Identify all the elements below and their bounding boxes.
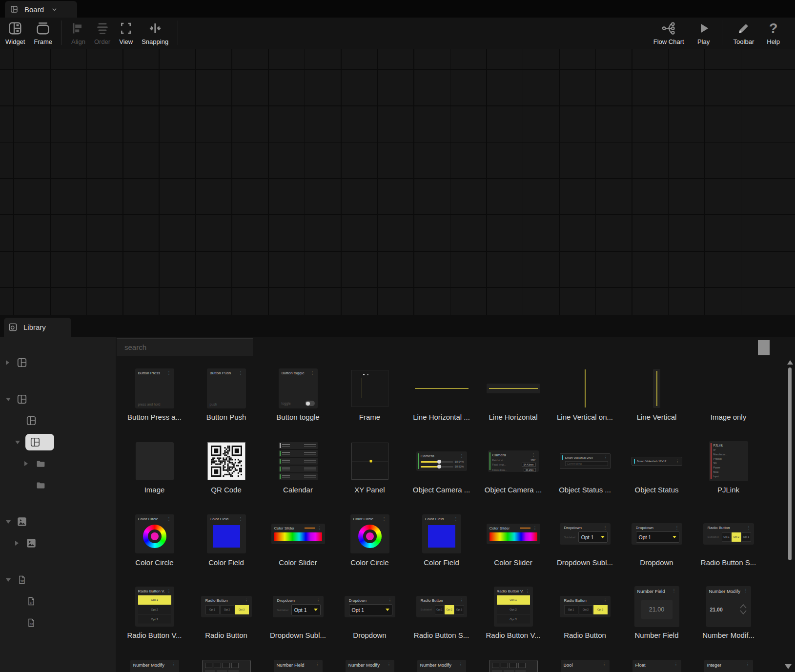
library-item[interactable]: Dropdown⋮Opt 1Dropdown xyxy=(621,510,693,583)
toolbar-edit-button[interactable]: Toolbar xyxy=(727,18,761,49)
library-item[interactable]: Line Vertical on... xyxy=(549,365,621,438)
library-item[interactable]: Color Field⋮Color Field xyxy=(406,510,477,583)
library-item[interactable]: Number Modify⋮21.00Number Modif... xyxy=(693,583,764,656)
qr-thumbnail[interactable] xyxy=(190,441,262,482)
radio-v-thumbnail[interactable]: Radio Button V.⋮Opt 1Opt 2Opt 3 xyxy=(119,586,190,627)
frame-thumbnail[interactable] xyxy=(334,368,406,409)
dropdown-thumbnail[interactable]: Dropdown⋮Opt 1 xyxy=(334,586,406,627)
hline-thumbnail[interactable] xyxy=(406,368,477,409)
pjlink-thumbnail[interactable]: PJLinkIPManufactur...ProductSNPowerMuteI… xyxy=(693,441,764,482)
radio-h-thumbnail[interactable]: Radio Button⋮Opt 1Opt 2Opt 3 xyxy=(190,586,262,627)
library-item[interactable]: Color Circle⋮Color Circle xyxy=(119,510,190,583)
library-item[interactable]: Number Field⋮ xyxy=(262,656,334,672)
status-sub-thumbnail[interactable]: Smart Videohub DNR⋮Connecting xyxy=(549,441,621,482)
canvas-grid[interactable] xyxy=(0,49,795,315)
collapse-arrow-icon[interactable] xyxy=(6,398,16,401)
align-button[interactable]: Align xyxy=(67,18,90,49)
radio-h-thumbnail[interactable]: Radio Button⋮SublabelOpt 1Opt 2Opt 3 xyxy=(693,513,764,554)
sidebar-item-grid-progressive[interactable] xyxy=(0,474,116,496)
library-item[interactable]: Dropdown⋮Opt 1Dropdown xyxy=(334,583,406,656)
sidebar-item-global[interactable] xyxy=(0,410,116,431)
partial-header-thumbnail[interactable]: Number Modify⋮ xyxy=(406,659,477,672)
expand-arrow-icon[interactable] xyxy=(6,360,16,365)
flow-chart-button[interactable]: Flow Chart xyxy=(647,18,691,49)
color-circle-thumbnail[interactable]: Color Circle⋮ xyxy=(334,513,406,554)
library-item[interactable]: Button Push⋮pushButton Push xyxy=(190,365,262,438)
library-item[interactable]: Color Slider⋮Color Slider xyxy=(262,510,334,583)
color-slider-thumbnail[interactable]: Color Slider⋮ xyxy=(477,513,549,554)
sidebar-item-icons[interactable] xyxy=(0,511,116,532)
library-item[interactable] xyxy=(477,656,549,672)
partial-keypad-thumbnail[interactable] xyxy=(477,659,549,672)
sidebar-item-extensions[interactable]: SP xyxy=(0,569,116,591)
collapse-arrow-icon[interactable] xyxy=(6,520,16,524)
library-item[interactable]: PJLinkIPManufactur...ProductSNPowerMuteI… xyxy=(693,438,764,510)
library-item[interactable]: Smart Videohub 12x12⋮Object Status xyxy=(621,438,693,510)
collapse-arrow-icon[interactable] xyxy=(15,441,25,444)
library-item[interactable]: Frame xyxy=(334,365,406,438)
library-item[interactable]: Line Vertical xyxy=(621,365,693,438)
radio-h-thumbnail[interactable]: Radio Button⋮SublabelOpt 1Opt 2Opt 3 xyxy=(406,586,477,627)
camera-fields-thumbnail[interactable]: Camera⋮Field of vi...100°Focal lengt...5… xyxy=(477,441,549,482)
library-item[interactable]: Camera⋮58.94%58.93%Object Camera ... xyxy=(406,438,477,510)
library-item[interactable]: Number Modify⋮ xyxy=(119,656,190,672)
partial-header-thumbnail[interactable]: Number Modify⋮ xyxy=(119,659,190,672)
library-item[interactable]: Color Field⋮Color Field xyxy=(190,510,262,583)
calendar-thumbnail[interactable] xyxy=(262,441,334,482)
panel-text-thumbnail[interactable]: Button Push⋮push xyxy=(190,368,262,409)
radio-h-thumbnail[interactable]: Radio Button⋮Opt 1Opt 2Opt 3 xyxy=(549,586,621,627)
library-item[interactable]: Radio Button⋮Opt 1Opt 2Opt 3Radio Button xyxy=(549,583,621,656)
hline-panel-thumbnail[interactable] xyxy=(477,368,549,409)
library-item[interactable]: Line Horizontal xyxy=(477,365,549,438)
library-item[interactable]: Camera⋮Field of vi...100°Focal lengt...5… xyxy=(477,438,549,510)
order-button[interactable]: Order xyxy=(90,18,115,49)
panel-text-thumbnail[interactable]: Button Press⋮press and hold xyxy=(119,368,190,409)
panel-toggle-thumbnail[interactable]: Button toggle⋮toggle xyxy=(262,368,334,409)
library-item[interactable]: Dropdown⋮SublabelOpt 1Dropdown Subl... xyxy=(549,510,621,583)
color-slider-thumbnail[interactable]: Color Slider⋮ xyxy=(262,513,334,554)
widget-button[interactable]: Widget xyxy=(1,18,29,49)
library-item[interactable]: Button Press⋮press and holdButton Press … xyxy=(119,365,190,438)
library-item[interactable]: QR Code xyxy=(190,438,262,510)
library-item[interactable]: Button toggle⋮toggleButton toggle xyxy=(262,365,334,438)
board-tab[interactable]: Board xyxy=(5,1,77,18)
dropdown-thumbnail[interactable]: Dropdown⋮SublabelOpt 1 xyxy=(549,513,621,554)
sidebar-item-installed[interactable]: SP xyxy=(0,591,116,612)
library-item[interactable]: Radio Button V.⋮Opt 1Opt 2Opt 3Radio But… xyxy=(477,583,549,656)
color-circle-thumbnail[interactable]: Color Circle⋮ xyxy=(119,513,190,554)
library-item[interactable]: Image only xyxy=(693,365,764,438)
number-field-thumbnail[interactable]: Number Field⋮21.00 xyxy=(621,586,693,627)
library-item[interactable]: Number Modify⋮ xyxy=(334,656,406,672)
expand-arrow-icon[interactable] xyxy=(15,541,25,546)
library-item[interactable]: Integer⋮ xyxy=(693,656,764,672)
vline-thumbnail[interactable] xyxy=(549,368,621,409)
radio-v-thumbnail[interactable]: Radio Button V.⋮Opt 1Opt 2Opt 3 xyxy=(477,586,549,627)
scroll-down-icon[interactable] xyxy=(785,664,792,669)
sidebar-item-grid-original[interactable] xyxy=(0,453,116,474)
camera-sliders-thumbnail[interactable]: Camera⋮58.94%58.93% xyxy=(406,441,477,482)
library-item[interactable]: XY Panel xyxy=(334,438,406,510)
sidebar-item-intern[interactable] xyxy=(0,431,116,453)
library-item[interactable]: Radio Button⋮SublabelOpt 1Opt 2Opt 3Radi… xyxy=(693,510,764,583)
status-thumbnail[interactable]: Smart Videohub 12x12⋮ xyxy=(621,441,693,482)
library-options-button[interactable] xyxy=(758,340,770,355)
library-item[interactable]: Bool⋮ xyxy=(549,656,621,672)
library-item[interactable]: Dropdown⋮SublabelOpt 1Dropdown Subl... xyxy=(262,583,334,656)
partial-header-thumbnail[interactable]: Bool⋮ xyxy=(549,659,621,672)
library-tab[interactable]: Library xyxy=(4,318,71,337)
library-item[interactable]: Radio Button V.⋮Opt 1Opt 2Opt 3Radio But… xyxy=(119,583,190,656)
snapping-button[interactable]: Snapping xyxy=(137,18,173,49)
search-input[interactable] xyxy=(117,338,253,356)
empty-thumbnail[interactable] xyxy=(693,368,764,409)
image-box-thumbnail[interactable] xyxy=(119,441,190,482)
collapse-arrow-icon[interactable] xyxy=(6,578,16,582)
library-item[interactable]: Radio Button⋮Opt 1Opt 2Opt 3Radio Button xyxy=(190,583,262,656)
frame-button[interactable]: Frame xyxy=(29,18,57,49)
xy-thumbnail[interactable] xyxy=(334,441,406,482)
chevron-down-icon[interactable] xyxy=(51,6,58,13)
library-item[interactable]: Float⋮ xyxy=(621,656,693,672)
play-button[interactable]: Play xyxy=(691,18,717,49)
dropdown-thumbnail[interactable]: Dropdown⋮Opt 1 xyxy=(621,513,693,554)
number-modify-thumbnail[interactable]: Number Modify⋮21.00 xyxy=(693,586,764,627)
sidebar-item-widgets[interactable] xyxy=(0,388,116,410)
